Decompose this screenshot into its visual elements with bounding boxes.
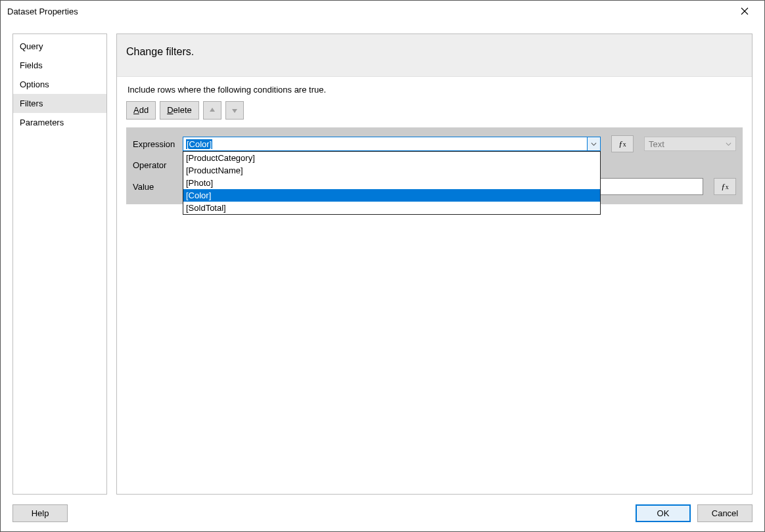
cancel-button[interactable]: Cancel [697, 504, 753, 522]
window-title: Dataset Properties [7, 7, 730, 16]
description-text: Include rows where the following conditi… [128, 85, 743, 95]
sidebar-item-fields[interactable]: Fields [13, 56, 106, 75]
value-label: Value [133, 182, 176, 192]
toolbar: Add Delete [126, 101, 743, 120]
expression-input[interactable]: [Color] [183, 137, 588, 151]
page-title: Change filters. [117, 34, 752, 77]
chevron-down-icon [591, 141, 597, 147]
dialog-window: Dataset Properties Query Fields Options … [0, 0, 765, 532]
sidebar-item-query[interactable]: Query [13, 37, 106, 56]
sidebar-item-options[interactable]: Options [13, 75, 106, 94]
operator-label: Operator [133, 160, 176, 170]
move-down-button[interactable] [225, 101, 244, 120]
sidebar-item-parameters[interactable]: Parameters [13, 113, 106, 132]
expression-dropdown-button[interactable] [588, 137, 601, 151]
main-panel: Change filters. Include rows where the f… [116, 33, 753, 495]
filter-editor: Expression [Color] [ProductCategory] [Pr… [126, 127, 743, 204]
arrow-up-icon [208, 106, 216, 114]
dropdown-option[interactable]: [ProductName] [183, 164, 600, 177]
expression-dropdown-list: [ProductCategory] [ProductName] [Photo] … [183, 151, 601, 215]
expression-label: Expression [133, 139, 176, 149]
type-select-value: Text [649, 139, 664, 149]
chevron-down-icon [726, 141, 731, 147]
expression-combobox[interactable]: [Color] [ProductCategory] [ProductName] … [183, 137, 601, 151]
sidebar-item-filters[interactable]: Filters [13, 94, 106, 113]
close-button[interactable] [730, 1, 759, 21]
dropdown-option[interactable]: [Color] [183, 189, 600, 202]
add-button[interactable]: Add [126, 101, 156, 120]
sidebar: Query Fields Options Filters Parameters [12, 33, 107, 495]
dropdown-option[interactable]: [ProductCategory] [183, 152, 600, 164]
bottom-bar: Help OK Cancel [12, 504, 753, 522]
move-up-button[interactable] [203, 101, 221, 120]
arrow-down-icon [231, 106, 239, 114]
ok-button[interactable]: OK [636, 504, 691, 522]
dropdown-option[interactable]: [SoldTotal] [183, 202, 600, 214]
type-select[interactable]: Text [644, 137, 736, 151]
delete-button[interactable]: Delete [160, 101, 199, 120]
titlebar: Dataset Properties [1, 1, 764, 22]
dropdown-option[interactable]: [Photo] [183, 177, 600, 189]
expression-fx-button[interactable]: ƒx [611, 135, 634, 152]
help-button[interactable]: Help [12, 504, 68, 522]
value-fx-button[interactable]: ƒx [714, 178, 736, 195]
